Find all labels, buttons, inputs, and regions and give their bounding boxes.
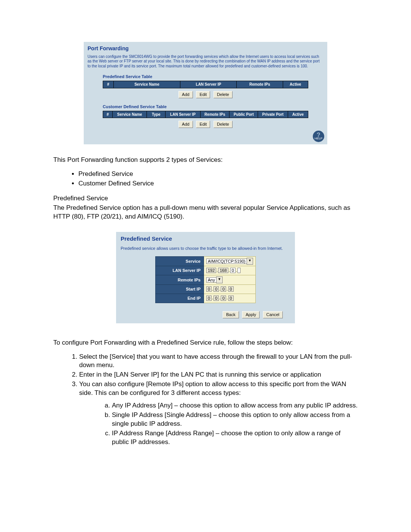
lan-octet-2: 168 [218, 268, 228, 273]
col-remote-ips: Remote IPs [200, 111, 229, 118]
col-active: Active [283, 81, 308, 88]
col-num: # [103, 81, 114, 88]
intro-text: This Port Forwarding function supports 2… [53, 156, 358, 165]
list-item: IP Address Range [Address Range] – choos… [112, 429, 358, 447]
col-service-name: Service Name [113, 111, 147, 118]
service-type-list: Predefined Service Customer Defined Serv… [71, 170, 358, 188]
customer-service-table: # Service Name Type LAN Server IP Remote… [103, 111, 308, 118]
predefined-service-form: Service AIM/ICQ(TCP:5190)▼ LAN Server IP… [155, 256, 256, 303]
apply-button[interactable]: Apply [242, 311, 260, 318]
start-ip-field: 0.0.0.0 [204, 284, 255, 294]
col-service-name: Service Name [113, 81, 180, 88]
start-octet-1: 0 [206, 286, 212, 292]
col-public-port: Public Port [229, 111, 258, 118]
lan-octet-3[interactable]: 0 [230, 268, 236, 273]
help-icon[interactable]: HELP [313, 131, 324, 142]
col-lan-ip: LAN Server IP [180, 81, 237, 88]
predefined-service-panel: Predefined Service Predefined service al… [116, 232, 295, 323]
col-lan-ip: LAN Server IP [166, 111, 201, 118]
customer-table-title: Customer Defined Service Table [103, 104, 323, 110]
panel-title: Predefined Service [121, 235, 290, 243]
back-button[interactable]: Back [223, 311, 239, 318]
end-octet-1: 0 [206, 296, 212, 301]
col-type: Type [147, 111, 166, 118]
end-octet-3: 0 [221, 296, 226, 301]
lan-octet-4[interactable] [237, 268, 241, 273]
remote-ips-select[interactable]: Any [206, 277, 217, 283]
col-num: # [103, 111, 113, 118]
label-remote-ips: Remote IPs [155, 275, 204, 284]
delete-button[interactable]: Delete [213, 121, 233, 128]
list-item: Single IP Address [Single Address] – cho… [112, 411, 358, 428]
start-octet-3: 0 [221, 286, 226, 292]
add-button[interactable]: Add [178, 91, 193, 98]
col-remote-ips: Remote IPs [237, 81, 283, 88]
predefined-heading: Predefined Service [53, 194, 358, 203]
config-intro: To configure Port Forwarding with a Pred… [53, 339, 358, 347]
lan-octet-1: 192 [206, 268, 216, 273]
predefined-paragraph: The Predefined Service option has a pull… [53, 204, 358, 221]
start-octet-2: 0 [213, 286, 219, 292]
cancel-button[interactable]: Cancel [263, 311, 283, 318]
end-octet-2: 0 [213, 296, 219, 301]
list-item: Predefined Service [78, 170, 358, 179]
start-octet-4: 0 [228, 286, 234, 292]
end-octet-4: 0 [228, 296, 234, 301]
panel-title: Port Forwarding [88, 45, 323, 52]
delete-button[interactable]: Delete [213, 91, 233, 98]
list-item: Select the [Service] that you want to ha… [79, 353, 358, 370]
col-private-port: Private Port [258, 111, 288, 118]
step3-text: You can also configure [Remote IPs] opti… [79, 380, 346, 396]
end-ip-field: 0.0.0.0 [204, 294, 255, 303]
label-service: Service [155, 257, 204, 266]
label-lan-ip: LAN Server IP [155, 266, 204, 275]
lan-ip-field: 192.168.0. [204, 266, 255, 275]
chevron-down-icon[interactable]: ▼ [247, 258, 253, 265]
add-button[interactable]: Add [178, 121, 193, 128]
list-item: Enter in the [LAN Server IP] for the LAN… [79, 371, 358, 379]
access-types-list: Any IP Address [Any] – choose this optio… [104, 401, 358, 447]
list-item: Any IP Address [Any] – choose this optio… [112, 401, 358, 410]
list-item: Customer Defined Service [78, 179, 358, 188]
predefined-service-table: # Service Name LAN Server IP Remote IPs … [103, 81, 308, 88]
edit-button[interactable]: Edit [196, 91, 210, 98]
chevron-down-icon[interactable]: ▼ [216, 276, 223, 283]
label-end-ip: End IP [155, 294, 204, 303]
config-steps: Select the [Service] that you want to ha… [71, 353, 358, 447]
service-select[interactable]: AIM/ICQ(TCP:5190) [206, 259, 247, 264]
port-forwarding-panel: Port Forwarding Users can configure the … [84, 42, 327, 144]
label-start-ip: Start IP [155, 284, 204, 294]
panel-description: Predefined service allows users to choos… [121, 246, 290, 251]
list-item: You can also configure [Remote IPs] opti… [79, 380, 358, 447]
col-active: Active [288, 111, 308, 118]
edit-button[interactable]: Edit [196, 121, 210, 128]
panel-description: Users can configure the SMC8014WG to pro… [88, 54, 323, 69]
predefined-table-title: Predefined Service Table [103, 74, 323, 80]
